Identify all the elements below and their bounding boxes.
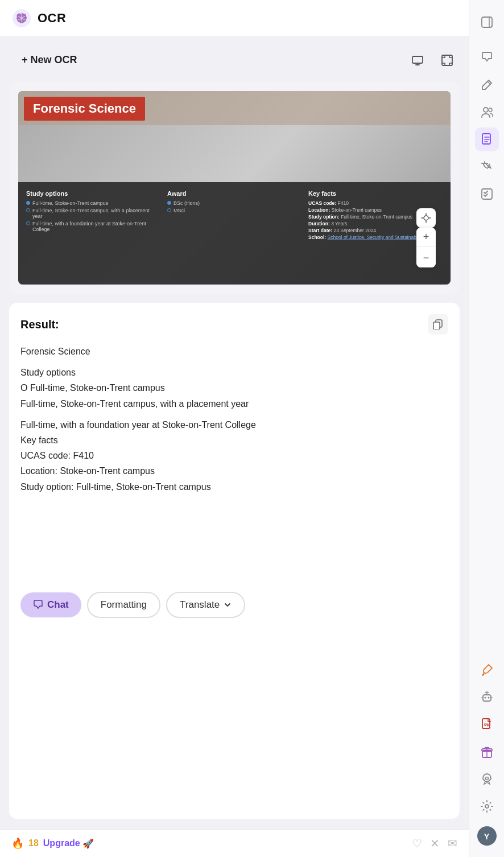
fire-icon: 🔥 (11, 837, 24, 850)
zoom-out-button[interactable]: − (416, 248, 436, 267)
upgrade-button[interactable]: Upgrade 🚀 (43, 838, 94, 849)
zoom-in-button[interactable]: + (416, 228, 436, 247)
main-content: OCR + New OCR (0, 0, 469, 857)
panel-toggle-icon (481, 16, 493, 28)
new-ocr-button[interactable]: + New OCR (9, 47, 90, 73)
svg-point-17 (485, 777, 488, 780)
robot-icon (481, 691, 493, 703)
result-line-2: Study options O Full-time, Stoke-on-Tren… (20, 365, 444, 411)
chat-button[interactable]: Chat (20, 592, 81, 617)
dot-2 (26, 208, 30, 212)
award-1: BSc (Hons) (167, 200, 301, 206)
sidebar-item-users[interactable] (475, 100, 499, 124)
sidebar-item-translate[interactable] (475, 155, 499, 179)
copy-button[interactable] (428, 314, 448, 335)
copy-icon (433, 319, 443, 329)
sidebar-item-chat[interactable] (475, 46, 499, 69)
study-option-2: Full-time, Stoke-on-Trent campus, with a… (26, 208, 160, 219)
result-line-1: Forensic Science (20, 344, 444, 359)
footer-icons: ♡ ✕ ✉ (412, 837, 457, 850)
checklist-icon (481, 188, 493, 200)
screen-icon (411, 54, 424, 67)
result-line-3: Full-time, with a foundation year at Sto… (20, 417, 444, 495)
svg-rect-5 (433, 322, 440, 329)
svg-point-3 (424, 216, 428, 220)
forensic-title-banner: Forensic Science (24, 97, 145, 121)
sidebar-item-settings[interactable] (475, 794, 499, 818)
svg-rect-2 (442, 55, 452, 65)
award-dot-2 (167, 208, 171, 212)
result-text: Forensic Science Study options O Full-ti… (20, 344, 444, 495)
study-option-1: Full-time, Stoke-on-Trent campus (26, 200, 160, 206)
svg-rect-6 (482, 17, 492, 27)
rocket-emoji: 🚀 (82, 838, 94, 849)
svg-rect-1 (412, 56, 423, 63)
header: OCR (0, 0, 469, 37)
svg-point-13 (488, 697, 489, 699)
dot-3 (26, 221, 30, 225)
sidebar-item-gift[interactable] (475, 740, 499, 764)
document-icon (481, 133, 493, 146)
zoom-controls: + − (416, 228, 436, 267)
toolbar-icons (405, 48, 460, 73)
col1-title: Study options (26, 190, 160, 197)
translate-button[interactable]: Translate (166, 592, 245, 618)
translate-icon (481, 160, 493, 173)
heart-icon[interactable]: ♡ (412, 837, 422, 850)
rocket-icon (481, 773, 493, 785)
users-icon (481, 106, 493, 118)
content-area: + New OCR (0, 37, 469, 829)
upgrade-section: 🔥 18 Upgrade 🚀 (11, 837, 94, 850)
sidebar-item-edit[interactable] (475, 73, 499, 97)
user-avatar[interactable]: Y (477, 826, 497, 846)
expand-icon (441, 54, 453, 67)
sidebar-item-brush[interactable] (475, 658, 499, 682)
svg-point-18 (485, 805, 489, 808)
sidebar-toggle-icon[interactable] (475, 10, 499, 34)
svg-rect-11 (483, 695, 491, 701)
avatar-letter: Y (484, 831, 489, 841)
expand-icon-button[interactable] (435, 48, 460, 73)
footer: 🔥 18 Upgrade 🚀 ♡ ✕ ✉ (0, 829, 469, 857)
study-options-col: Study options Full-time, Stoke-on-Trent … (26, 190, 160, 277)
award-2: MSci (167, 208, 301, 213)
svg-point-7 (484, 108, 488, 112)
result-header: Result: (20, 314, 448, 335)
right-sidebar: Y (469, 0, 504, 857)
edit-icon (481, 79, 493, 91)
sidebar-item-robot[interactable] (475, 685, 499, 709)
svg-point-8 (489, 108, 492, 112)
col3-title: Key facts (308, 190, 443, 197)
chat-icon (481, 51, 493, 64)
dot-1 (26, 201, 30, 205)
brush-icon (481, 664, 493, 676)
kf-ucas: UCAS code: F410 (308, 200, 443, 206)
result-title: Result: (20, 318, 59, 331)
toolbar-row: + New OCR (9, 47, 460, 73)
action-buttons: Chat Formatting Translate (20, 592, 448, 618)
forensic-science-image: Forensic Science Study options Full-time… (18, 91, 451, 285)
sidebar-item-document[interactable] (475, 127, 499, 151)
ocr-image: Forensic Science Study options Full-time… (18, 91, 451, 285)
screen-icon-button[interactable] (405, 48, 430, 73)
crosshair-icon (421, 213, 431, 223)
sidebar-item-pdf[interactable] (475, 712, 499, 736)
x-icon[interactable]: ✕ (430, 837, 440, 850)
award-col: Award BSc (Hons) MSci (167, 190, 301, 277)
chevron-down-icon (224, 601, 232, 609)
svg-rect-9 (482, 134, 490, 144)
sidebar-item-checklist[interactable] (475, 182, 499, 206)
forensic-info-panel: Study options Full-time, Stoke-on-Trent … (18, 182, 451, 285)
gift-icon (481, 745, 493, 758)
crosshair-button[interactable] (416, 208, 436, 228)
result-card: Result: Forensic Science Study options O… (9, 303, 460, 819)
mail-icon[interactable]: ✉ (448, 837, 457, 850)
upgrade-count: 18 (28, 838, 39, 848)
svg-point-12 (484, 697, 486, 699)
header-title: OCR (38, 11, 66, 26)
settings-icon (481, 800, 493, 813)
formatting-button[interactable]: Formatting (87, 592, 160, 618)
sidebar-item-rocket[interactable] (475, 767, 499, 791)
award-dot-1 (167, 201, 171, 205)
brain-logo-icon (11, 8, 32, 28)
